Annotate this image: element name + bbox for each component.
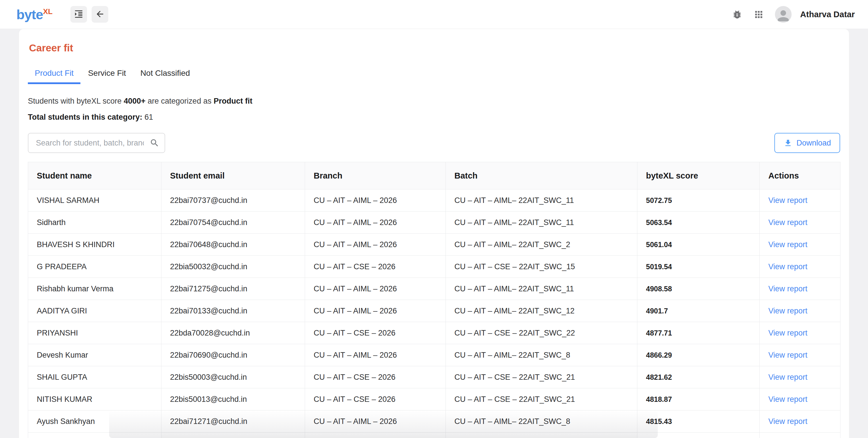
branch-cell: CU – AIT – AIML – 2026 xyxy=(305,190,446,211)
student-email-cell: 22bai70133@cuchd.in xyxy=(161,300,305,322)
user-avatar[interactable] xyxy=(775,6,792,23)
batch-cell: CU – AIT – AIML– 22AIT_SWC_11 xyxy=(446,278,638,300)
table-row: Ayush Sankhyan 22bai71271@cuchd.in CU – … xyxy=(28,410,840,433)
batch-cell: CU – AIT – CSE – 22AIT_SWC_22 xyxy=(446,322,638,344)
apps-grid-icon[interactable] xyxy=(753,9,764,20)
view-report-link[interactable]: View report xyxy=(768,262,807,271)
batch-cell: CU – AIT – AIML– 22AIT_SWC_8 xyxy=(446,410,638,433)
person-icon xyxy=(775,7,792,23)
table-row: G PRADEEPA 22bia50032@cuchd.in CU – AIT … xyxy=(28,256,840,278)
student-name-cell: G PRADEEPA xyxy=(28,256,161,278)
table-row: Devesh Kumar 22bai70690@cuchd.in CU – AI… xyxy=(28,344,840,366)
search-input[interactable] xyxy=(28,133,165,153)
view-report-link[interactable]: View report xyxy=(768,417,807,426)
controls-row: Download xyxy=(28,133,840,153)
view-report-link[interactable]: View report xyxy=(768,373,807,381)
students-table: Student name Student email Branch Batch … xyxy=(28,162,840,438)
logo-xl-superscript: XL xyxy=(43,7,53,16)
tab-not-classified[interactable]: Not Classified xyxy=(133,69,197,84)
search-icon[interactable] xyxy=(150,138,159,148)
page-title: Career fit xyxy=(29,42,840,54)
student-email-cell: 22bai71271@cuchd.in xyxy=(161,410,305,433)
student-email-cell: 22bia50032@cuchd.in xyxy=(161,256,305,278)
col-bytexl-score: byteXL score xyxy=(638,162,760,190)
view-report-link[interactable]: View report xyxy=(768,284,807,293)
bytexl-logo: byteXL xyxy=(17,7,53,22)
actions-cell: View report xyxy=(760,322,840,344)
user-name[interactable]: Atharva Datar xyxy=(800,10,855,19)
view-report-link[interactable]: View report xyxy=(768,307,807,315)
student-name-cell: SHAIL GUPTA xyxy=(28,366,161,389)
bug-report-icon[interactable] xyxy=(732,9,742,20)
student-email-cell: 22bai71275@cuchd.in xyxy=(161,278,305,300)
student-name-cell: Ayush Sankhyan xyxy=(28,410,161,433)
tab-service-fit[interactable]: Service Fit xyxy=(81,69,133,84)
view-report-link[interactable]: View report xyxy=(768,196,807,205)
table-row: AADITYA GIRI 22bai70133@cuchd.in CU – AI… xyxy=(28,300,840,322)
student-email-cell: 22bai70754@cuchd.in xyxy=(161,211,305,234)
table-row: NITISH KUMAR 22bis50013@cuchd.in CU – AI… xyxy=(28,389,840,410)
view-report-link[interactable]: View report xyxy=(768,240,807,249)
table-row: VISHAL SARMAH 22bai70737@cuchd.in CU – A… xyxy=(28,190,840,211)
table-body: VISHAL SARMAH 22bai70737@cuchd.in CU – A… xyxy=(28,190,840,438)
back-button[interactable] xyxy=(92,6,108,23)
branch-cell: CU – AIT – AIML – 2026 xyxy=(305,410,446,433)
branch-cell: CU – AIT – CSE – 2026 xyxy=(305,322,446,344)
student-email-cell: 22bda70028@cuchd.in xyxy=(161,322,305,344)
student-email-cell: 22bai70690@cuchd.in xyxy=(161,344,305,366)
col-student-name: Student name xyxy=(28,162,161,190)
total-students-value: 61 xyxy=(145,113,153,122)
batch-cell: CU – AIT – AIML– 22AIT_SWC_11 xyxy=(446,190,638,211)
table-row: PRIYANSHI 22bda70028@cuchd.in CU – AIT –… xyxy=(28,322,840,344)
student-email-cell: 22bai70737@cuchd.in xyxy=(161,190,305,211)
bytexl-score-cell: 4866.29 xyxy=(638,344,760,366)
tab-product-fit[interactable]: Product Fit xyxy=(28,69,81,84)
batch-cell: CU – AIT – AIML– 22AIT_SWC_2 xyxy=(446,234,638,256)
actions-cell: View report xyxy=(760,278,840,300)
batch-cell: CU – AIT – AIML– 22AIT_SWC_11 xyxy=(446,211,638,234)
student-name-cell: BHAVESH S KHINDRI xyxy=(28,234,161,256)
total-students-label: Total students in this category: xyxy=(28,113,143,122)
sidebar-toggle-button[interactable] xyxy=(70,6,87,23)
table-row: Sidharth 22bai70754@cuchd.in CU – AIT – … xyxy=(28,211,840,234)
bytexl-score-cell: 4818.87 xyxy=(638,389,760,410)
indent-menu-icon xyxy=(74,9,84,20)
actions-cell: View report xyxy=(760,410,840,433)
batch-cell: CU – AIT – CSE – 22AIT_SWC_15 xyxy=(446,256,638,278)
download-button[interactable]: Download xyxy=(774,133,840,153)
actions-cell: View report xyxy=(760,300,840,322)
branch-cell: CU – AIT – CSE – 2026 xyxy=(305,256,446,278)
view-report-link[interactable]: View report xyxy=(768,329,807,337)
tab-bar: Product Fit Service Fit Not Classified xyxy=(28,69,840,84)
branch-cell: CU – AIT – AIML – 2026 xyxy=(305,278,446,300)
download-icon xyxy=(783,139,793,147)
student-name-cell: NITISH KUMAR xyxy=(28,389,161,410)
category-description: Students with byteXL score 4000+ are cat… xyxy=(28,97,840,106)
actions-cell: View report xyxy=(760,344,840,366)
student-email-cell: 22bis50003@cuchd.in xyxy=(161,366,305,389)
bytexl-score-cell: 4877.71 xyxy=(638,322,760,344)
view-report-link[interactable]: View report xyxy=(768,351,807,359)
search-box xyxy=(28,133,165,153)
arrow-back-icon xyxy=(95,9,105,20)
bytexl-score-cell: 5019.54 xyxy=(638,256,760,278)
actions-cell: View report xyxy=(760,366,840,389)
actions-cell: View report xyxy=(760,389,840,410)
view-report-link[interactable]: View report xyxy=(768,395,807,404)
category-name: Product fit xyxy=(214,97,252,105)
batch-cell: CU – AIT – CSE – 22AIT_SWC_21 xyxy=(446,389,638,410)
table-row: Rishabh kumar Verma 22bai71275@cuchd.in … xyxy=(28,278,840,300)
bytexl-score-cell: 4908.58 xyxy=(638,278,760,300)
topbar: byteXL Atharva Datar xyxy=(0,0,868,29)
col-branch: Branch xyxy=(305,162,446,190)
bytexl-score-cell: 5063.54 xyxy=(638,211,760,234)
col-actions: Actions xyxy=(760,162,840,190)
table-header: Student name Student email Branch Batch … xyxy=(28,162,840,190)
batch-cell: CU – AIT – CSE – 22AIT_SWC_21 xyxy=(446,366,638,389)
view-report-link[interactable]: View report xyxy=(768,218,807,227)
branch-cell: CU – AIT – AIML – 2026 xyxy=(305,300,446,322)
branch-cell: CU – AIT – AIML – 2026 xyxy=(305,211,446,234)
download-label: Download xyxy=(797,139,831,147)
student-name-cell: Rishabh kumar Verma xyxy=(28,278,161,300)
branch-cell: CU – AIT – AIML – 2026 xyxy=(305,234,446,256)
